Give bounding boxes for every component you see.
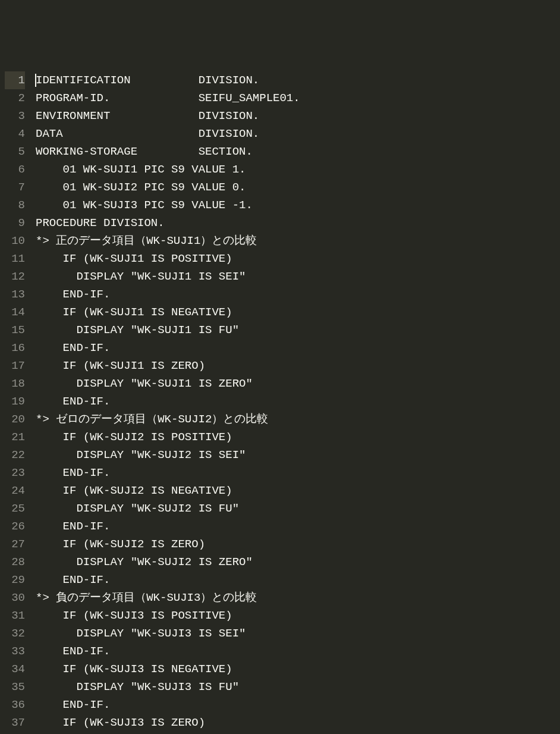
line-number: 7 xyxy=(5,178,25,196)
code-text: DISPLAY "WK-SUJI1 IS SEI" xyxy=(36,270,246,283)
code-line[interactable]: IF (WK-SUJI3 IS ZERO) xyxy=(36,714,560,732)
line-number: 28 xyxy=(5,553,25,571)
line-number: 18 xyxy=(5,375,25,393)
code-editor[interactable]: 1234567891011121314151617181920212223242… xyxy=(0,71,560,734)
code-line[interactable]: DATA DIVISION. xyxy=(36,125,560,143)
code-line[interactable]: DISPLAY "WK-SUJI2 IS FU" xyxy=(36,500,560,517)
line-number: 15 xyxy=(5,321,25,339)
code-line[interactable]: END-IF. xyxy=(36,339,560,357)
code-text: END-IF. xyxy=(36,341,110,355)
line-number: 16 xyxy=(5,339,25,357)
line-number: 24 xyxy=(5,482,25,500)
code-text: DISPLAY "WK-SUJI2 IS SEI" xyxy=(36,448,246,462)
code-text: 01 WK-SUJI2 PIC S9 VALUE 0. xyxy=(36,181,246,194)
code-text: IF (WK-SUJI2 IS POSITIVE) xyxy=(36,431,232,444)
code-text: DISPLAY "WK-SUJI1 IS FU" xyxy=(36,324,239,337)
code-line[interactable]: IF (WK-SUJI2 IS NEGATIVE) xyxy=(36,482,560,500)
code-text: 01 WK-SUJI3 PIC S9 VALUE -1. xyxy=(36,199,253,212)
code-line[interactable]: IF (WK-SUJI3 IS POSITIVE) xyxy=(36,607,560,625)
line-number: 4 xyxy=(5,125,25,143)
line-number: 9 xyxy=(5,214,25,232)
line-number: 8 xyxy=(5,196,25,214)
code-line[interactable]: 01 WK-SUJI2 PIC S9 VALUE 0. xyxy=(36,178,560,196)
code-line[interactable]: 01 WK-SUJI1 PIC S9 VALUE 1. xyxy=(36,161,560,178)
code-line[interactable]: IDENTIFICATION DIVISION. xyxy=(36,71,560,89)
code-line[interactable]: PROGRAM-ID. SEIFU_SAMPLE01. xyxy=(36,89,560,107)
code-line[interactable]: *> 正のデータ項目（WK-SUJI1）との比較 xyxy=(36,232,560,250)
line-number: 25 xyxy=(5,500,25,517)
code-text: IF (WK-SUJI1 IS NEGATIVE) xyxy=(36,306,232,319)
code-line[interactable]: DISPLAY "WK-SUJI1 IS FU" xyxy=(36,321,560,339)
code-text: IF (WK-SUJI2 IS ZERO) xyxy=(36,538,205,551)
line-number: 38 xyxy=(5,732,25,734)
code-line[interactable]: END-IF. xyxy=(36,286,560,303)
code-text: DISPLAY "WK-SUJI3 IS FU" xyxy=(36,680,239,694)
code-line[interactable]: END-IF. xyxy=(36,517,560,535)
code-text: *> 正のデータ項目（WK-SUJI1）との比較 xyxy=(36,234,257,247)
line-number: 27 xyxy=(5,535,25,553)
code-line[interactable]: END-IF. xyxy=(36,696,560,714)
code-line[interactable]: END-IF. xyxy=(36,464,560,482)
line-number: 34 xyxy=(5,660,25,678)
line-number: 1 xyxy=(5,71,25,89)
line-number: 23 xyxy=(5,464,25,482)
line-number: 22 xyxy=(5,446,25,464)
line-number: 36 xyxy=(5,696,25,714)
line-number: 3 xyxy=(5,107,25,125)
code-line[interactable]: DISPLAY "WK-SUJI3 IS ZERO" xyxy=(36,732,560,734)
code-text: WORKING-STORAGE SECTION. xyxy=(36,145,253,158)
line-number: 17 xyxy=(5,357,25,375)
code-line[interactable]: END-IF. xyxy=(36,642,560,660)
code-line[interactable]: DISPLAY "WK-SUJI1 IS ZERO" xyxy=(36,375,560,393)
line-number: 29 xyxy=(5,571,25,589)
code-text: IF (WK-SUJI3 IS NEGATIVE) xyxy=(36,663,232,676)
code-text: END-IF. xyxy=(36,395,110,408)
line-number: 13 xyxy=(5,286,25,303)
code-text: PROCEDURE DIVISION. xyxy=(36,217,165,230)
code-line[interactable]: *> ゼロのデータ項目（WK-SUJI2）との比較 xyxy=(36,410,560,428)
code-line[interactable]: 01 WK-SUJI3 PIC S9 VALUE -1. xyxy=(36,196,560,214)
code-line[interactable]: IF (WK-SUJI1 IS ZERO) xyxy=(36,357,560,375)
line-number: 31 xyxy=(5,607,25,625)
code-line[interactable]: IF (WK-SUJI1 IS POSITIVE) xyxy=(36,250,560,268)
code-line[interactable]: DISPLAY "WK-SUJI2 IS SEI" xyxy=(36,446,560,464)
code-line[interactable]: DISPLAY "WK-SUJI3 IS FU" xyxy=(36,678,560,696)
code-text: *> 負のデータ項目（WK-SUJI3）との比較 xyxy=(36,591,257,604)
line-number: 19 xyxy=(5,393,25,410)
code-content[interactable]: IDENTIFICATION DIVISION.PROGRAM-ID. SEIF… xyxy=(33,71,560,734)
code-line[interactable]: DISPLAY "WK-SUJI2 IS ZERO" xyxy=(36,553,560,571)
line-number: 2 xyxy=(5,89,25,107)
code-line[interactable]: IF (WK-SUJI3 IS NEGATIVE) xyxy=(36,660,560,678)
line-number: 30 xyxy=(5,589,25,607)
code-line[interactable]: WORKING-STORAGE SECTION. xyxy=(36,143,560,161)
code-text: END-IF. xyxy=(36,288,110,301)
code-line[interactable]: PROCEDURE DIVISION. xyxy=(36,214,560,232)
line-number-gutter: 1234567891011121314151617181920212223242… xyxy=(0,71,33,734)
code-text: DISPLAY "WK-SUJI2 IS FU" xyxy=(36,502,239,515)
line-number: 35 xyxy=(5,678,25,696)
code-line[interactable]: IF (WK-SUJI2 IS POSITIVE) xyxy=(36,428,560,446)
line-number: 26 xyxy=(5,517,25,535)
code-text: END-IF. xyxy=(36,698,110,711)
code-text: ENVIRONMENT DIVISION. xyxy=(36,109,259,123)
code-text: DISPLAY "WK-SUJI1 IS ZERO" xyxy=(36,377,253,390)
code-text: IF (WK-SUJI3 IS POSITIVE) xyxy=(36,609,232,622)
line-number: 37 xyxy=(5,714,25,732)
code-text: 01 WK-SUJI1 PIC S9 VALUE 1. xyxy=(36,163,246,176)
line-number: 6 xyxy=(5,161,25,178)
code-text: IF (WK-SUJI1 IS POSITIVE) xyxy=(36,252,232,265)
code-text: DATA DIVISION. xyxy=(36,127,259,140)
code-text: IF (WK-SUJI1 IS ZERO) xyxy=(36,359,205,372)
code-line[interactable]: ENVIRONMENT DIVISION. xyxy=(36,107,560,125)
code-line[interactable]: *> 負のデータ項目（WK-SUJI3）との比較 xyxy=(36,589,560,607)
code-line[interactable]: IF (WK-SUJI2 IS ZERO) xyxy=(36,535,560,553)
line-number: 14 xyxy=(5,303,25,321)
code-text: DISPLAY "WK-SUJI3 IS SEI" xyxy=(36,627,246,640)
code-line[interactable]: IF (WK-SUJI1 IS NEGATIVE) xyxy=(36,303,560,321)
code-line[interactable]: END-IF. xyxy=(36,393,560,410)
code-line[interactable]: DISPLAY "WK-SUJI1 IS SEI" xyxy=(36,268,560,286)
code-line[interactable]: END-IF. xyxy=(36,571,560,589)
code-line[interactable]: DISPLAY "WK-SUJI3 IS SEI" xyxy=(36,625,560,642)
line-number: 11 xyxy=(5,250,25,268)
line-number: 32 xyxy=(5,625,25,642)
